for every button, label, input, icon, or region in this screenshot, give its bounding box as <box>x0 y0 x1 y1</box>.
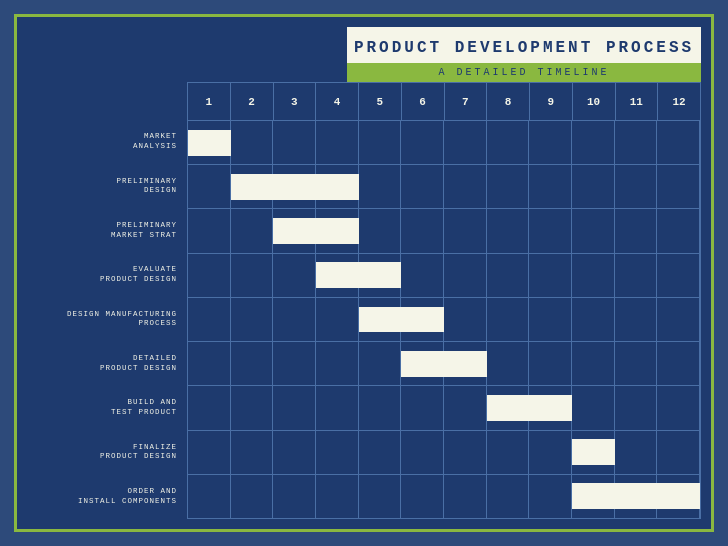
gantt-cell-4-0 <box>188 298 231 341</box>
gantt-cell-6-11 <box>657 386 700 429</box>
gantt-bar-6 <box>487 395 572 421</box>
gantt-cell-0-3 <box>316 121 359 164</box>
gantt-cell-4-10 <box>615 298 658 341</box>
gantt-cell-6-2 <box>273 386 316 429</box>
gantt-cell-0-10 <box>615 121 658 164</box>
gantt-bar-2 <box>273 218 358 244</box>
gantt-cell-6-5 <box>401 386 444 429</box>
gantt-cell-2-7 <box>487 209 530 252</box>
gantt-cell-3-6 <box>444 254 487 297</box>
month-6: 6 <box>402 83 445 120</box>
gantt-cell-5-1 <box>231 342 274 385</box>
task-label-0: MARKETANALYSIS <box>27 120 187 164</box>
gantt-cell-0-5 <box>401 121 444 164</box>
month-9: 9 <box>530 83 573 120</box>
gantt-cell-7-4 <box>359 431 402 474</box>
gantt-cell-0-6 <box>444 121 487 164</box>
gantt-cell-5-7 <box>487 342 530 385</box>
gantt-bar-0 <box>188 130 231 156</box>
task-label-2: PRELIMINARYMARKET STRAT <box>27 209 187 253</box>
gantt-cell-3-11 <box>657 254 700 297</box>
gantt-cell-4-7 <box>487 298 530 341</box>
month-1: 1 <box>188 83 231 120</box>
month-10: 10 <box>573 83 616 120</box>
gantt-cell-4-11 <box>657 298 700 341</box>
gantt-chart: PRODUCT DEVELOPMENT PROCESS A DETAILED T… <box>27 27 701 519</box>
gantt-rows <box>187 120 701 519</box>
gantt-cell-7-6 <box>444 431 487 474</box>
title-section: PRODUCT DEVELOPMENT PROCESS <box>347 27 701 63</box>
gantt-cell-3-1 <box>231 254 274 297</box>
month-3: 3 <box>274 83 317 120</box>
gantt-cell-2-1 <box>231 209 274 252</box>
gantt-cell-2-0 <box>188 209 231 252</box>
gantt-cell-1-4 <box>359 165 402 208</box>
gantt-cell-4-2 <box>273 298 316 341</box>
gantt-cell-0-8 <box>529 121 572 164</box>
gantt-cell-3-7 <box>487 254 530 297</box>
gantt-cell-0-9 <box>572 121 615 164</box>
month-2: 2 <box>231 83 274 120</box>
gantt-cell-1-0 <box>188 165 231 208</box>
task-label-4: DESIGN MANUFACTURINGPROCESS <box>27 297 187 341</box>
gantt-cell-4-8 <box>529 298 572 341</box>
labels-column: MARKETANALYSISPRELIMINARYDESIGNPRELIMINA… <box>27 82 187 519</box>
gantt-cell-5-11 <box>657 342 700 385</box>
gantt-cell-5-10 <box>615 342 658 385</box>
gantt-cell-7-2 <box>273 431 316 474</box>
gantt-cell-5-0 <box>188 342 231 385</box>
task-label-7: FINALIZEPRODUCT DESIGN <box>27 430 187 474</box>
months-row: 123456789101112 <box>187 82 701 120</box>
gantt-row-3 <box>188 253 700 297</box>
gantt-cell-8-6 <box>444 475 487 518</box>
gantt-cell-8-2 <box>273 475 316 518</box>
chart-body: MARKETANALYSISPRELIMINARYDESIGNPRELIMINA… <box>27 82 701 519</box>
gantt-cell-8-8 <box>529 475 572 518</box>
gantt-row-7 <box>188 430 700 474</box>
subtitle: A DETAILED TIMELINE <box>347 67 701 78</box>
month-11: 11 <box>616 83 659 120</box>
gantt-row-2 <box>188 208 700 252</box>
gantt-cell-4-9 <box>572 298 615 341</box>
gantt-cell-0-7 <box>487 121 530 164</box>
task-label-6: BUILD ANDTEST PRODUCT <box>27 386 187 430</box>
gantt-cell-2-6 <box>444 209 487 252</box>
gantt-cell-1-5 <box>401 165 444 208</box>
gantt-cell-0-1 <box>231 121 274 164</box>
gantt-cell-7-7 <box>487 431 530 474</box>
main-title: PRODUCT DEVELOPMENT PROCESS <box>347 39 701 57</box>
task-label-1: PRELIMINARYDESIGN <box>27 164 187 208</box>
gantt-cell-6-6 <box>444 386 487 429</box>
gantt-cell-2-10 <box>615 209 658 252</box>
gantt-cell-8-4 <box>359 475 402 518</box>
gantt-cell-3-9 <box>572 254 615 297</box>
gantt-row-6 <box>188 385 700 429</box>
gantt-cell-7-3 <box>316 431 359 474</box>
gantt-cell-2-5 <box>401 209 444 252</box>
gantt-cell-8-7 <box>487 475 530 518</box>
gantt-cell-3-8 <box>529 254 572 297</box>
gantt-cell-1-10 <box>615 165 658 208</box>
task-label-8: ORDER ANDINSTALL COMPONENTS <box>27 475 187 519</box>
gantt-cell-5-4 <box>359 342 402 385</box>
gantt-bar-4 <box>359 307 444 333</box>
gantt-cell-8-1 <box>231 475 274 518</box>
gantt-row-0 <box>188 120 700 164</box>
gantt-cell-7-1 <box>231 431 274 474</box>
subtitle-section: A DETAILED TIMELINE <box>347 63 701 82</box>
gantt-bar-8 <box>572 483 700 509</box>
month-5: 5 <box>359 83 402 120</box>
gantt-cell-6-3 <box>316 386 359 429</box>
gantt-cell-6-1 <box>231 386 274 429</box>
gantt-cell-7-5 <box>401 431 444 474</box>
gantt-cell-6-9 <box>572 386 615 429</box>
gantt-cell-0-11 <box>657 121 700 164</box>
task-label-3: EVALUATEPRODUCT DESIGN <box>27 253 187 297</box>
gantt-cell-6-4 <box>359 386 402 429</box>
gantt-cell-2-9 <box>572 209 615 252</box>
gantt-cell-6-0 <box>188 386 231 429</box>
gantt-cell-6-10 <box>615 386 658 429</box>
gantt-cell-3-5 <box>401 254 444 297</box>
month-4: 4 <box>316 83 359 120</box>
gantt-cell-4-1 <box>231 298 274 341</box>
